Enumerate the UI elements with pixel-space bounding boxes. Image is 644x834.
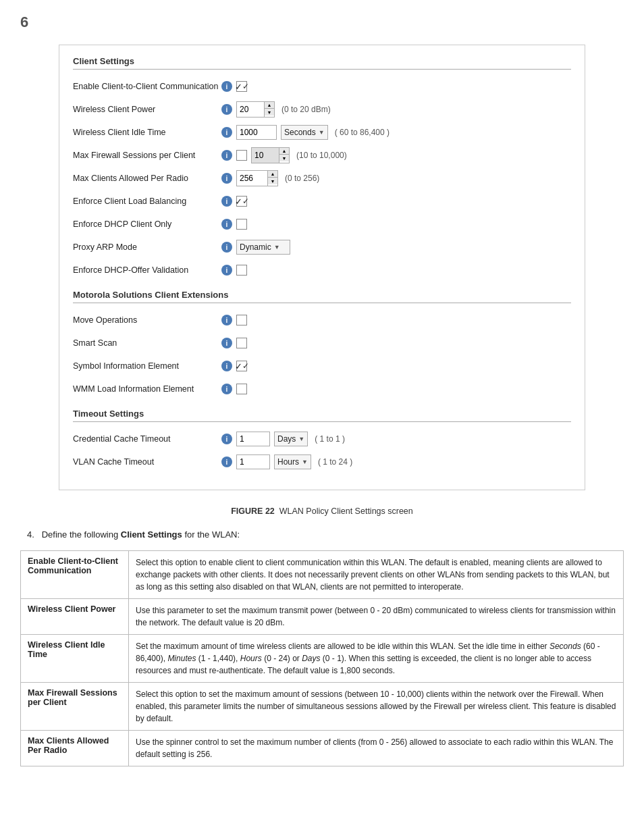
info-icon-wireless-client-idle-time[interactable]: i xyxy=(221,127,232,138)
info-icon-enforce-client-load-balancing[interactable]: i xyxy=(221,196,232,207)
hint-wireless-client-idle-time: ( 60 to 86,400 ) xyxy=(335,128,390,137)
term-max-firewall-sessions: Max Firewall Sessions per Client xyxy=(21,683,129,731)
label-move-operations: Move Operations xyxy=(73,315,221,325)
dropdown-wireless-client-idle-time[interactable]: Seconds ▼ xyxy=(281,125,328,140)
row-enforce-dhcp-offer-validation: Enforce DHCP-Offer Validation i xyxy=(73,261,571,279)
checkbox-symbol-information-element[interactable]: ✓ xyxy=(236,361,247,371)
term-wireless-client-idle-time: Wireless Client Idle Time xyxy=(21,635,129,683)
label-wmm-load-information-element: WMM Load Information Element xyxy=(73,384,221,394)
table-row: Wireless Client Idle Time Set the maximu… xyxy=(21,635,624,683)
info-icon-enforce-dhcp-client-only[interactable]: i xyxy=(221,219,232,230)
dropdown-arrow-idle-time: ▼ xyxy=(319,129,325,136)
term-max-clients-per-radio: Max Clients Allowed Per Radio xyxy=(21,731,129,766)
step-text: 4. Define the following Client Settings … xyxy=(20,529,624,540)
hint-credential-cache-timeout: ( 1 to 1 ) xyxy=(315,434,345,444)
label-enable-client-to-client: Enable Client-to-Client Communication xyxy=(73,82,221,91)
dropdown-proxy-arp-mode[interactable]: Dynamic ▼ xyxy=(236,240,290,255)
input-wireless-client-idle-time[interactable] xyxy=(236,125,277,140)
label-max-clients-per-radio: Max Clients Allowed Per Radio xyxy=(73,174,221,183)
dropdown-arrow-proxy-arp: ▼ xyxy=(274,244,280,251)
def-wireless-client-idle-time: Set the maximum amount of time wireless … xyxy=(129,635,624,683)
label-enforce-dhcp-offer-validation: Enforce DHCP-Offer Validation xyxy=(73,265,221,275)
row-wmm-load-information-element: WMM Load Information Element i xyxy=(73,380,571,398)
spinner-down-max-clients-per-radio[interactable]: ▼ xyxy=(268,178,277,184)
hint-max-firewall-sessions: (10 to 10,000) xyxy=(296,151,347,160)
spinner-up-wireless-client-power[interactable]: ▲ xyxy=(265,102,274,109)
input-max-firewall-sessions[interactable] xyxy=(252,148,279,163)
spinner-down-max-firewall-sessions[interactable]: ▼ xyxy=(279,155,289,161)
client-settings-header: Client Settings xyxy=(73,56,571,70)
def-wireless-client-power: Use this parameter to set the maximum tr… xyxy=(129,599,624,635)
row-symbol-information-element: Symbol Information Element i ✓ xyxy=(73,357,571,375)
table-row: Wireless Client Power Use this parameter… xyxy=(21,599,624,635)
label-enforce-client-load-balancing: Enforce Client Load Balancing xyxy=(73,197,221,206)
row-proxy-arp-mode: Proxy ARP Mode i Dynamic ▼ xyxy=(73,238,571,256)
description-table: Enable Client-to-Client Communication Se… xyxy=(20,550,624,766)
def-max-clients-per-radio: Use the spinner control to set the maxim… xyxy=(129,731,624,766)
motorola-extensions-header: Motorola Solutions Client Extensions xyxy=(73,290,571,303)
info-icon-wmm-load-information-element[interactable]: i xyxy=(221,384,232,394)
checkbox-enable-client-to-client[interactable]: ✓ xyxy=(236,81,247,92)
dropdown-vlan-cache-timeout[interactable]: Hours ▼ xyxy=(274,454,311,469)
checkbox-max-firewall-sessions[interactable] xyxy=(236,150,247,161)
info-icon-proxy-arp-mode[interactable]: i xyxy=(221,242,232,253)
info-icon-symbol-information-element[interactable]: i xyxy=(221,361,232,371)
row-wireless-client-power: Wireless Client Power i ▲ ▼ (0 to 20 dBm… xyxy=(73,101,571,118)
info-icon-max-clients-per-radio[interactable]: i xyxy=(221,173,232,184)
checkbox-enforce-dhcp-client-only[interactable] xyxy=(236,219,247,230)
page-number: 6 xyxy=(20,14,624,31)
settings-box: Client Settings Enable Client-to-Client … xyxy=(59,45,585,490)
dropdown-arrow-credential-cache: ▼ xyxy=(298,436,304,442)
row-enforce-client-load-balancing: Enforce Client Load Balancing i ✓ xyxy=(73,192,571,210)
hint-wireless-client-power: (0 to 20 dBm) xyxy=(281,105,331,114)
info-icon-smart-scan[interactable]: i xyxy=(221,338,232,348)
def-max-firewall-sessions: Select this option to set the maximum am… xyxy=(129,683,624,731)
checkbox-enforce-dhcp-offer-validation[interactable] xyxy=(236,265,247,276)
term-enable-client-to-client: Enable Client-to-Client Communication xyxy=(21,551,129,599)
checkbox-enforce-client-load-balancing[interactable]: ✓ xyxy=(236,196,247,207)
table-row: Enable Client-to-Client Communication Se… xyxy=(21,551,624,599)
row-max-firewall-sessions: Max Firewall Sessions per Client i ▲ ▼ (… xyxy=(73,147,571,164)
timeout-settings-header: Timeout Settings xyxy=(73,409,571,422)
row-credential-cache-timeout: Credential Cache Timeout i Days ▼ ( 1 to… xyxy=(73,430,571,448)
label-max-firewall-sessions: Max Firewall Sessions per Client xyxy=(73,151,221,160)
def-enable-client-to-client: Select this option to enable client to c… xyxy=(129,551,624,599)
dropdown-credential-cache-timeout[interactable]: Days ▼ xyxy=(274,432,308,446)
input-wireless-client-power[interactable] xyxy=(237,102,264,117)
hint-vlan-cache-timeout: ( 1 to 24 ) xyxy=(318,457,352,467)
term-wireless-client-power: Wireless Client Power xyxy=(21,599,129,635)
input-vlan-cache-timeout[interactable] xyxy=(236,454,270,469)
table-row: Max Clients Allowed Per Radio Use the sp… xyxy=(21,731,624,766)
figure-caption: FIGURE 22 WLAN Policy Client Settings sc… xyxy=(20,506,624,516)
spinner-up-max-clients-per-radio[interactable]: ▲ xyxy=(268,171,277,178)
dropdown-arrow-vlan-cache: ▼ xyxy=(302,459,308,465)
info-icon-credential-cache-timeout[interactable]: i xyxy=(221,434,232,444)
label-symbol-information-element: Symbol Information Element xyxy=(73,361,221,371)
spinner-up-max-firewall-sessions[interactable]: ▲ xyxy=(279,148,289,155)
label-proxy-arp-mode: Proxy ARP Mode xyxy=(73,242,221,252)
row-move-operations: Move Operations i xyxy=(73,311,571,329)
checkbox-move-operations[interactable] xyxy=(236,315,247,325)
label-smart-scan: Smart Scan xyxy=(73,338,221,348)
input-credential-cache-timeout[interactable] xyxy=(236,432,270,446)
info-icon-wireless-client-power[interactable]: i xyxy=(221,104,232,115)
spinner-down-wireless-client-power[interactable]: ▼ xyxy=(265,109,274,115)
info-icon-vlan-cache-timeout[interactable]: i xyxy=(221,457,232,467)
hint-max-clients-per-radio: (0 to 256) xyxy=(285,174,319,183)
label-enforce-dhcp-client-only: Enforce DHCP Client Only xyxy=(73,219,221,229)
checkbox-smart-scan[interactable] xyxy=(236,338,247,348)
label-wireless-client-idle-time: Wireless Client Idle Time xyxy=(73,128,221,137)
label-wireless-client-power: Wireless Client Power xyxy=(73,105,221,114)
info-icon-enable-client-to-client[interactable]: i xyxy=(221,81,232,92)
info-icon-max-firewall-sessions[interactable]: i xyxy=(221,150,232,161)
table-row: Max Firewall Sessions per Client Select … xyxy=(21,683,624,731)
label-vlan-cache-timeout: VLAN Cache Timeout xyxy=(73,457,221,467)
row-max-clients-per-radio: Max Clients Allowed Per Radio i ▲ ▼ (0 t… xyxy=(73,170,571,187)
info-icon-move-operations[interactable]: i xyxy=(221,315,232,325)
row-wireless-client-idle-time: Wireless Client Idle Time i Seconds ▼ ( … xyxy=(73,124,571,141)
row-smart-scan: Smart Scan i xyxy=(73,334,571,352)
input-max-clients-per-radio[interactable] xyxy=(237,171,267,186)
info-icon-enforce-dhcp-offer-validation[interactable]: i xyxy=(221,265,232,276)
row-vlan-cache-timeout: VLAN Cache Timeout i Hours ▼ ( 1 to 24 ) xyxy=(73,453,571,471)
checkbox-wmm-load-information-element[interactable] xyxy=(236,384,247,394)
